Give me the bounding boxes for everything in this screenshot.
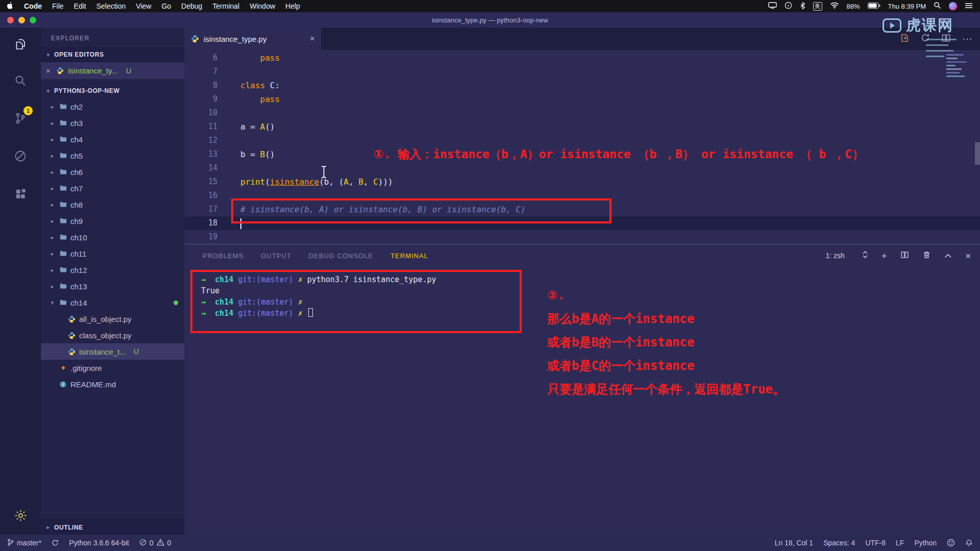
cursor-position[interactable]: Ln 18, Col 1 [775, 539, 814, 547]
menu-item-code[interactable]: Code [24, 2, 42, 10]
wifi-icon[interactable] [830, 2, 839, 10]
tree-folder-ch3[interactable]: ▸ch3 [41, 115, 184, 131]
panel-tab-problems[interactable]: PROBLEMS [203, 252, 243, 260]
menu-item-window[interactable]: Window [250, 2, 275, 10]
tree-folder-ch10[interactable]: ▸ch10 [41, 229, 184, 245]
project-header[interactable]: ▾ PYTHON3-OOP-NEW [41, 83, 184, 98]
tree-folder-ch7[interactable]: ▸ch7 [41, 180, 184, 196]
line-number: 16 [184, 189, 217, 203]
git-branch-indicator[interactable]: master* [7, 538, 41, 548]
bluetooth-icon[interactable] [800, 2, 805, 11]
menu-item-selection[interactable]: Selection [96, 2, 126, 10]
notification-center-icon[interactable] [965, 3, 973, 10]
battery-icon[interactable] [868, 3, 880, 10]
code-line-10[interactable]: 10 [184, 106, 980, 120]
error-count: 0 [150, 539, 154, 547]
terminal-shell-select[interactable]: 1: zsh [825, 252, 844, 260]
display-icon[interactable] [768, 2, 777, 10]
problems-indicator[interactable]: 0 0 [139, 539, 172, 547]
encoding-indicator[interactable]: UTF-8 [865, 539, 886, 547]
debug-icon[interactable] [0, 141, 41, 171]
sync-status-icon[interactable] [52, 539, 59, 546]
menu-item-view[interactable]: View [136, 2, 151, 10]
outline-label: OUTLINE [54, 524, 83, 531]
code-line-9[interactable]: 9 pass [184, 92, 980, 106]
feedback-smiley-icon[interactable] [947, 539, 955, 547]
spotlight-icon[interactable] [934, 2, 941, 11]
gear-icon[interactable] [0, 500, 41, 531]
info-icon[interactable] [785, 2, 792, 11]
close-window-button[interactable] [7, 17, 14, 23]
code-line-8[interactable]: 8class C: [184, 79, 980, 92]
tree-folder-ch5[interactable]: ▸ch5 [41, 147, 184, 164]
tree-folder-ch14[interactable]: ▾ch14 [41, 294, 184, 311]
panel-tab-terminal[interactable]: TERMINAL [390, 252, 428, 260]
menu-item-help[interactable]: Help [285, 2, 300, 10]
tree-folder-ch9[interactable]: ▸ch9 [41, 213, 184, 229]
tree-file-class-object-py[interactable]: class_object.py [41, 327, 184, 343]
menu-item-edit[interactable]: Edit [74, 2, 86, 10]
new-terminal-icon[interactable]: + [881, 251, 887, 261]
zoom-window-button[interactable] [30, 17, 36, 23]
close-tab-icon[interactable]: × [310, 34, 315, 44]
panel-tab-output[interactable]: OUTPUT [261, 252, 291, 260]
tree-folder-ch12[interactable]: ▸ch12 [41, 262, 184, 278]
scrollbar-thumb[interactable] [975, 142, 980, 165]
explorer-icon[interactable] [0, 29, 41, 59]
close-editor-icon[interactable]: × [46, 66, 52, 75]
tree-folder-ch4[interactable]: ▸ch4 [41, 131, 184, 147]
chevron-down-icon: ▾ [45, 52, 52, 58]
extensions-icon[interactable] [0, 179, 41, 209]
tree-file-README-md[interactable]: README.md [41, 376, 184, 392]
tree-file-all-is-object-py[interactable]: all_is_object.py [41, 311, 184, 327]
menu-item-go[interactable]: Go [161, 2, 171, 10]
code-line-6[interactable]: 6 pass [184, 51, 980, 65]
eol-indicator[interactable]: LF [896, 539, 904, 547]
macos-menu-bar: Code FileEditSelectionViewGoDebugTermina… [0, 0, 980, 12]
select-chevrons-icon[interactable] [862, 251, 868, 261]
line-number: 17 [184, 203, 217, 216]
split-terminal-icon[interactable] [900, 251, 909, 261]
code-line-14[interactable]: 14 [184, 161, 980, 175]
line-content: pass [217, 51, 280, 65]
python-file-icon [67, 315, 76, 323]
indentation-indicator[interactable]: Spaces: 4 [823, 539, 855, 547]
watermark: 虎课网 [883, 15, 953, 36]
menu-item-terminal[interactable]: Terminal [212, 2, 239, 10]
open-editor-item[interactable]: × isinstance_ty... U [41, 62, 184, 79]
minimize-window-button[interactable] [18, 17, 25, 23]
source-control-icon[interactable]: 1 [0, 103, 41, 134]
menu-clock[interactable]: Thu 8:39 PM [888, 3, 926, 10]
code-line-11[interactable]: 11a = A() [184, 120, 980, 134]
panel-tab-debug-console[interactable]: DEBUG CONSOLE [309, 252, 373, 260]
outline-header[interactable]: ▸ OUTLINE [41, 519, 184, 535]
language-mode[interactable]: Python [914, 539, 937, 547]
window-title-bar[interactable]: isinstance_type.py — python3-oop-new [0, 12, 980, 28]
chevron-right-icon: ▸ [49, 251, 56, 257]
python-interpreter-selector[interactable]: Python 3.6.6 64-bit [69, 539, 129, 547]
kill-terminal-icon[interactable] [922, 251, 931, 261]
code-line-12[interactable]: 12 [184, 134, 980, 147]
code-line-7[interactable]: 7 [184, 65, 980, 79]
tree-folder-ch13[interactable]: ▸ch13 [41, 278, 184, 294]
tree-folder-ch8[interactable]: ▸ch8 [41, 196, 184, 213]
tree-file-isinstance-t-[interactable]: isinstance_t...U [41, 343, 184, 360]
open-editors-header[interactable]: ▾ OPEN EDITORS [41, 47, 184, 62]
code-line-15[interactable]: 15print(isinstance(b, (A, B, C))) [184, 175, 980, 189]
tree-file--gitignore[interactable]: .gitignore [41, 360, 184, 376]
maximize-panel-icon[interactable] [944, 251, 952, 260]
search-icon[interactable] [0, 65, 41, 96]
siri-icon[interactable] [949, 2, 957, 10]
tree-folder-ch11[interactable]: ▸ch11 [41, 245, 184, 262]
more-actions-icon[interactable]: ⋯ [962, 33, 973, 45]
code-line-19[interactable]: 19 [184, 230, 980, 244]
tree-folder-ch6[interactable]: ▸ch6 [41, 164, 184, 180]
menu-item-debug[interactable]: Debug [181, 2, 202, 10]
tab-isinstance-type-py[interactable]: isinstance_type.py × [184, 28, 321, 50]
close-panel-icon[interactable]: × [965, 251, 971, 261]
apple-menu-icon[interactable] [7, 2, 14, 11]
tree-folder-ch2[interactable]: ▸ch2 [41, 98, 184, 115]
menu-item-file[interactable]: File [52, 2, 64, 10]
notifications-bell-icon[interactable] [965, 539, 973, 547]
input-source-icon[interactable]: 美 [813, 2, 822, 11]
